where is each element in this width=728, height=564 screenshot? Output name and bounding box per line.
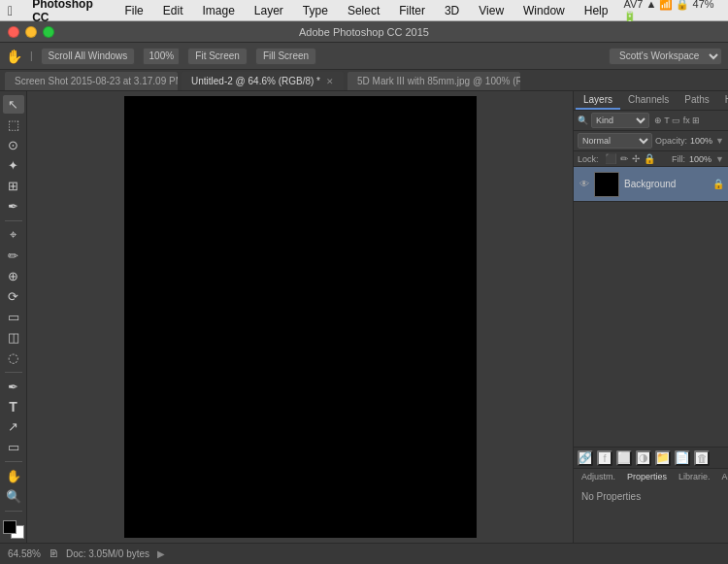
new-group-button[interactable]: 📁: [655, 450, 671, 466]
tab-label-5dmark: 5D Mark III with 85mm.jpg @ 100% (RGB/..…: [357, 76, 521, 86]
new-layer-button[interactable]: 📄: [675, 450, 690, 466]
opacity-label: Opacity:: [655, 136, 687, 146]
kind-label: 🔍: [578, 116, 588, 125]
lock-all-icon[interactable]: 🔒: [644, 153, 655, 164]
titlebar-text: Adobe Photoshop CC 2015: [299, 26, 429, 38]
tab-untitled2[interactable]: Untitled-2 @ 64.6% (RGB/8) * ✕: [181, 71, 345, 90]
tab-libraries[interactable]: Librarie.: [673, 469, 716, 484]
menu-select[interactable]: Select: [344, 4, 383, 17]
canvas-area[interactable]: [27, 91, 573, 543]
menu-type[interactable]: Type: [299, 4, 332, 17]
toolbar-divider-3: [5, 461, 22, 462]
app-menu-photoshop[interactable]: Photoshop CC: [28, 0, 109, 24]
canvas-wrapper: [124, 96, 477, 538]
lock-transparent-icon[interactable]: ⬛: [605, 153, 616, 164]
pen-tool-button[interactable]: ✒: [3, 378, 24, 396]
menu-view[interactable]: View: [475, 4, 508, 17]
crop-tool-button[interactable]: ⊞: [3, 177, 24, 195]
mac-menu-bar:  Photoshop CC File Edit Image Layer Typ…: [0, 0, 728, 21]
tab-paths[interactable]: Paths: [677, 91, 717, 110]
move-tool-button[interactable]: ↖: [3, 95, 24, 114]
hand-tool-icon: ✋: [6, 49, 22, 64]
sub-panel-content: No Properties: [574, 484, 728, 543]
menu-filter[interactable]: Filter: [395, 4, 429, 17]
tab-close-untitled2[interactable]: ✕: [326, 77, 334, 86]
window-controls[interactable]: [8, 26, 54, 38]
lock-position-icon[interactable]: ✢: [632, 153, 640, 164]
left-toolbar: ↖ ⬚ ⊙ ✦ ⊞ ✒ ⌖ ✏ ⊕ ⟳ ▭ ◫ ◌ ✒ T ↗ ▭ ✋ 🔍: [0, 91, 27, 543]
gradient-button[interactable]: ◫: [3, 328, 24, 347]
fill-arrow[interactable]: ▼: [715, 154, 724, 164]
path-select-button[interactable]: ↗: [3, 417, 24, 436]
tab-screenshot[interactable]: Screen Shot 2015-08-23 at 3.17.09 PM.jpg…: [4, 71, 179, 90]
tab-actions[interactable]: Actions: [716, 469, 728, 484]
doc-info-icon[interactable]: 🖹: [49, 548, 58, 559]
maximize-button[interactable]: [43, 26, 54, 38]
tab-label-screenshot: Screen Shot 2015-08-23 at 3.17.09 PM.jpg…: [15, 76, 179, 86]
menu-file[interactable]: File: [120, 4, 147, 17]
lasso-tool-button[interactable]: ⊙: [3, 136, 24, 154]
no-properties-label: No Properties: [581, 491, 641, 502]
adjustment-layer-button[interactable]: ◑: [636, 450, 651, 466]
panel-bottom-icons: 🔗 f ⬜ ◑ 📁 📄 🗑: [574, 447, 728, 468]
foreground-color-swatch[interactable]: [3, 520, 17, 534]
layer-mask-button[interactable]: ⬜: [616, 450, 632, 466]
apple-logo[interactable]: : [8, 3, 13, 18]
tab-properties[interactable]: Properties: [621, 469, 673, 484]
delete-layer-button[interactable]: 🗑: [694, 450, 710, 466]
ps-titlebar: Adobe Photoshop CC 2015: [0, 21, 728, 43]
tab-5dmark[interactable]: 5D Mark III with 85mm.jpg @ 100% (RGB/..…: [347, 71, 521, 90]
fit-screen-button[interactable]: Fit Screen: [187, 48, 248, 65]
workspace-select[interactable]: Scott's Workspace: [609, 48, 722, 65]
text-tool-button[interactable]: T: [3, 398, 24, 416]
zoom-input[interactable]: [143, 48, 180, 65]
lock-image-icon[interactable]: ✏: [620, 153, 628, 164]
opacity-arrow[interactable]: ▼: [715, 136, 724, 146]
color-swatches[interactable]: [3, 520, 24, 539]
eyedropper-button[interactable]: ✒: [3, 197, 24, 216]
marquee-tool-button[interactable]: ⬚: [3, 116, 24, 134]
main-area: ↖ ⬚ ⊙ ✦ ⊞ ✒ ⌖ ✏ ⊕ ⟳ ▭ ◫ ◌ ✒ T ↗ ▭ ✋ 🔍: [0, 91, 728, 543]
history-brush-button[interactable]: ⟳: [3, 287, 24, 306]
healing-button[interactable]: ⌖: [3, 226, 24, 245]
menu-help[interactable]: Help: [580, 4, 612, 17]
hand-tool-button[interactable]: ✋: [3, 467, 24, 485]
opacity-value[interactable]: 100%: [690, 136, 712, 146]
menu-3d[interactable]: 3D: [441, 4, 463, 17]
menu-layer[interactable]: Layer: [250, 4, 287, 17]
kind-row: 🔍 Kind ⊕ T ▭ fx ⊞: [574, 111, 728, 131]
brush-button[interactable]: ✏: [3, 247, 24, 265]
stamp-button[interactable]: ⊕: [3, 267, 24, 285]
dodge-button[interactable]: ◌: [3, 348, 24, 367]
zoom-level[interactable]: 64.58%: [8, 548, 41, 559]
fill-value[interactable]: 100%: [689, 154, 711, 164]
tab-history[interactable]: History: [717, 91, 728, 110]
menu-window[interactable]: Window: [519, 4, 569, 17]
layer-effects-button[interactable]: f: [597, 450, 612, 466]
menu-image[interactable]: Image: [198, 4, 238, 17]
layer-thumbnail-background: [594, 172, 619, 197]
close-button[interactable]: [8, 26, 19, 38]
blend-opacity-row: Normal Opacity: 100% ▼: [574, 131, 728, 151]
minimize-button[interactable]: [25, 26, 37, 38]
kind-select[interactable]: Kind: [591, 113, 649, 128]
canvas-image: [124, 96, 477, 538]
tab-layers[interactable]: Layers: [576, 91, 620, 110]
panel-tabs: Layers Channels Paths History: [574, 91, 728, 111]
layer-visibility-background[interactable]: 👁: [578, 178, 591, 191]
menu-edit[interactable]: Edit: [159, 4, 187, 17]
status-arrow[interactable]: ▶: [157, 548, 165, 559]
quick-select-button[interactable]: ✦: [3, 156, 24, 175]
tab-adjustments[interactable]: Adjustm.: [576, 469, 621, 484]
fill-screen-button[interactable]: Fill Screen: [255, 48, 316, 65]
toolbar-divider-4: [5, 511, 22, 512]
scroll-all-windows-button[interactable]: Scroll All Windows: [41, 48, 136, 65]
layer-item-background[interactable]: 👁 Background 🔒: [574, 167, 728, 202]
link-layers-button[interactable]: 🔗: [578, 450, 593, 466]
zoom-tool-button[interactable]: 🔍: [3, 487, 24, 506]
right-panel: Layers Channels Paths History 🔍 Kind ⊕ T…: [573, 91, 728, 543]
blend-mode-select[interactable]: Normal: [578, 133, 652, 149]
tab-channels[interactable]: Channels: [620, 91, 677, 110]
eraser-button[interactable]: ▭: [3, 308, 24, 326]
shape-tool-button[interactable]: ▭: [3, 438, 24, 456]
